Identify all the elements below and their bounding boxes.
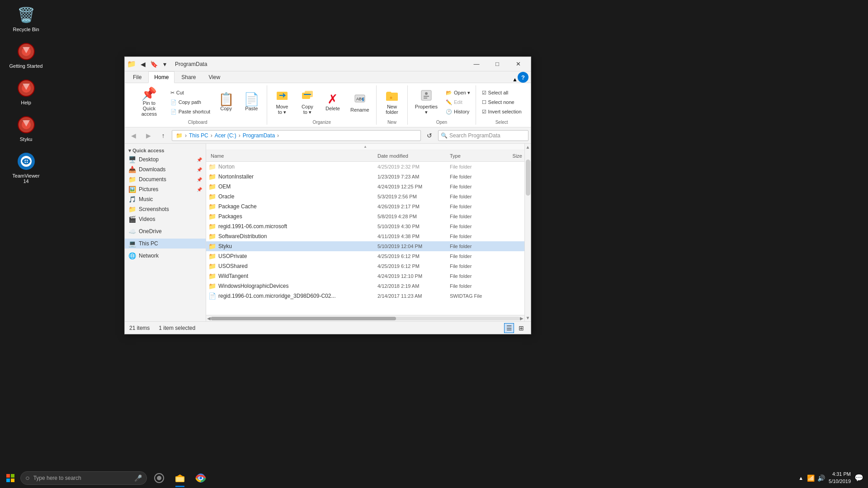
volume-tray-icon[interactable]: 🔊 (817, 474, 825, 482)
forward-button-title[interactable]: 🔖 (149, 59, 159, 69)
table-row[interactable]: 📁 Oracle 5/3/2019 2:56 PM File folder (206, 192, 524, 202)
copy-to-button[interactable]: Copyto ▾ (296, 87, 319, 117)
sidebar-item-network[interactable]: 🌐 Network (125, 251, 206, 261)
sidebar-item-music[interactable]: 🎵 Music (125, 194, 206, 204)
open-button[interactable]: 📂 Open ▾ (443, 89, 472, 97)
tray-expand[interactable]: ▲ (798, 475, 803, 481)
table-row[interactable]: 📁 OEM 4/24/2019 12:25 PM File folder (206, 182, 524, 192)
v-scrollbar-thumb[interactable] (526, 160, 530, 196)
new-folder-button[interactable]: + Newfolder (380, 88, 404, 117)
table-row[interactable]: 📁 Packages 5/8/2019 4:28 PM File folder (206, 211, 524, 221)
col-type-header[interactable]: Type (450, 153, 495, 159)
forward-button[interactable]: ▶ (142, 129, 155, 142)
addr-programdata[interactable]: ProgramData (243, 132, 275, 139)
minimize-button[interactable]: — (466, 57, 487, 71)
details-view-button[interactable]: ☰ (504, 323, 514, 333)
scroll-right-button[interactable]: ▶ (520, 316, 524, 321)
select-all-button[interactable]: ☑ Select all (480, 89, 524, 97)
tab-file[interactable]: File (127, 71, 147, 83)
taskbar-cortana[interactable] (149, 468, 169, 488)
rename-button[interactable]: ABC Rename (346, 90, 373, 115)
table-row[interactable]: 📄 regid.1996-01.com.microridge_3D98D609-… (206, 291, 524, 301)
paste-button[interactable]: 📄 Paste (240, 91, 263, 113)
styku-icon[interactable]: Styku (9, 114, 43, 142)
search-box[interactable]: 🔍 Search ProgramData (438, 130, 528, 141)
styku-name: Styku (218, 243, 232, 249)
recycle-bin-icon[interactable]: 🗑️ Recycle Bin (9, 5, 43, 32)
address-path[interactable]: 📁 › This PC › Acer (C:) › ProgramData › (172, 130, 421, 141)
taskbar-chrome[interactable] (191, 468, 211, 488)
tab-view[interactable]: View (203, 71, 226, 83)
table-row[interactable]: 📁 regid.1991-06.com.microsoft 5/10/2019 … (206, 221, 524, 231)
vertical-scrollbar[interactable]: ▲ ▼ (524, 144, 531, 321)
up-button[interactable]: ↑ (157, 129, 170, 142)
back-button[interactable]: ◀ (127, 129, 140, 142)
menu-button-title[interactable]: ▾ (160, 59, 170, 69)
sidebar-item-pictures[interactable]: 🖼️ Pictures 📌 (125, 184, 206, 194)
table-row[interactable]: 📁 USOPrivate 4/25/2019 6:12 PM File fold… (206, 251, 524, 261)
pin-quick-access-button[interactable]: 📌 Pin to Quickaccess (132, 85, 166, 119)
file-name-package-cache: 📁 Package Cache (208, 203, 377, 210)
scroll-down-button[interactable]: ▼ (526, 315, 530, 320)
sidebar-item-desktop[interactable]: 🖥️ Desktop 📌 (125, 155, 206, 164)
copy-path-button[interactable]: 📄 Copy path (168, 98, 212, 107)
getting-started-icon[interactable]: Getting Started (9, 41, 43, 69)
horizontal-scrollbar[interactable]: ◀ ▶ (206, 315, 524, 321)
edit-button[interactable]: ✏️ Edit (443, 98, 472, 107)
addr-this-pc[interactable]: This PC (189, 132, 208, 139)
sidebar-item-onedrive[interactable]: ☁️ OneDrive (125, 226, 206, 236)
scroll-up-button[interactable]: ▲ (526, 145, 530, 150)
help-icon[interactable]: Help (9, 78, 43, 105)
start-button[interactable] (0, 468, 20, 488)
properties-button[interactable]: Properties▾ (411, 87, 442, 117)
sidebar-item-videos[interactable]: 🎬 Videos (125, 214, 206, 224)
teamviewer-icon[interactable]: TeamViewer 14 (9, 151, 43, 184)
tab-share[interactable]: Share (175, 71, 202, 83)
maximize-button[interactable]: □ (487, 57, 508, 71)
table-row[interactable]: 📁 Norton 4/25/2019 2:32 PM File folder (206, 162, 524, 172)
invert-selection-button[interactable]: ☑ Invert selection (480, 108, 524, 116)
oracle-date: 5/3/2019 2:56 PM (377, 194, 450, 199)
table-row[interactable]: 📁 SoftwareDistribution 4/11/2019 4:38 PM… (206, 231, 524, 241)
taskbar-search[interactable]: ○ Type here to search 🎤 (20, 471, 147, 485)
sidebar-item-downloads[interactable]: 📥 Downloads 📌 (125, 164, 206, 174)
copy-button[interactable]: 📋 Copy (214, 91, 238, 113)
sidebar-item-this-pc[interactable]: 💻 This PC (125, 239, 206, 249)
select-none-button[interactable]: ☐ Select none (480, 98, 524, 107)
help-button[interactable]: ? (518, 72, 528, 83)
sidebar-item-screenshots[interactable]: 📁 Screenshots (125, 204, 206, 214)
refresh-button[interactable]: ↺ (423, 129, 436, 142)
microphone-icon[interactable]: 🎤 (134, 474, 142, 482)
table-row[interactable]: 📁 WildTangent 4/24/2019 12:10 PM File fo… (206, 271, 524, 281)
h-scrollbar-thumb[interactable] (211, 317, 396, 320)
h-scrollbar-track[interactable] (211, 317, 520, 320)
history-button[interactable]: 🕐 History (443, 108, 472, 116)
table-row[interactable]: 📁 WindowsHolographicDevices 4/12/2018 2:… (206, 281, 524, 291)
scroll-left-button[interactable]: ◀ (207, 316, 211, 321)
paste-shortcut-button[interactable]: 📄 Paste shortcut (168, 108, 212, 116)
close-button[interactable]: ✕ (508, 57, 528, 71)
cut-button[interactable]: ✂ Cut (168, 89, 212, 97)
clock[interactable]: 4:31 PM 5/10/2019 (829, 471, 851, 485)
back-button-title[interactable]: ◀ (138, 59, 148, 69)
taskbar-explorer[interactable] (170, 468, 190, 488)
move-to-button[interactable]: Moveto ▾ (270, 87, 294, 117)
sidebar-item-documents[interactable]: 📁 Documents 📌 (125, 174, 206, 184)
delete-button[interactable]: ✗ Delete (321, 91, 344, 113)
table-row[interactable]: 📁 NortonInstaller 1/23/2019 7:23 AM File… (206, 172, 524, 182)
wildtangent-type: File folder (450, 273, 495, 279)
col-size-header[interactable]: Size (495, 153, 522, 159)
col-date-header[interactable]: Date modified (377, 153, 450, 159)
col-name-header[interactable]: Name (208, 153, 377, 159)
notification-icon[interactable]: 💬 (854, 474, 863, 482)
scroll-up-indicator[interactable]: ▲ (206, 144, 524, 150)
table-row[interactable]: 📁 USOShared 4/25/2019 6:12 PM File folde… (206, 261, 524, 271)
table-row[interactable]: 📁 Styku 5/10/2019 12:04 PM File folder (206, 241, 524, 251)
tab-home[interactable]: Home (148, 71, 175, 83)
table-row[interactable]: 📁 Package Cache 4/26/2019 2:17 PM File f… (206, 202, 524, 211)
addr-acer[interactable]: Acer (C:) (215, 132, 236, 139)
select-label: Select (495, 120, 508, 125)
ribbon-collapse-button[interactable]: ▲ (512, 76, 518, 83)
network-tray-icon[interactable]: 📶 (807, 474, 815, 482)
large-icons-view-button[interactable]: ⊞ (516, 323, 526, 333)
